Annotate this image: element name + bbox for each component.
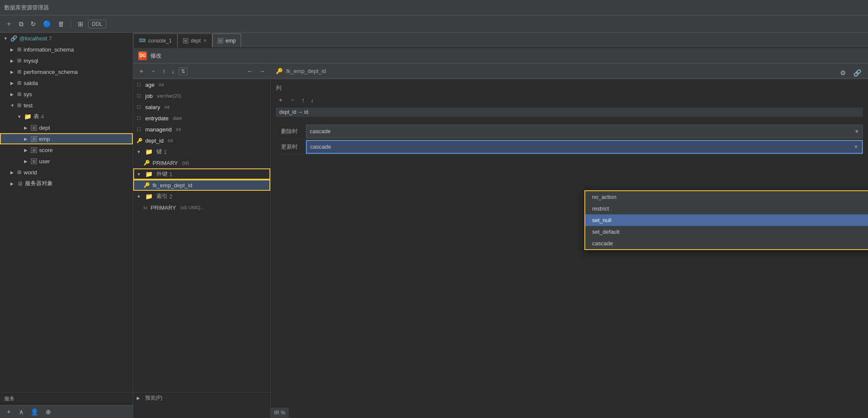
filter-button[interactable]: 🔵 xyxy=(41,19,53,29)
col-sort-btn[interactable]: ⇅ xyxy=(179,67,187,75)
db-icon: ⊞ xyxy=(17,46,21,52)
update-select-display[interactable]: cascade ▼ xyxy=(306,140,863,154)
chevron-right-icon: ▶ xyxy=(24,137,29,141)
dropdown-item-restrict[interactable]: restrict xyxy=(585,203,868,214)
tab-dept-close[interactable]: ✕ xyxy=(203,38,207,43)
db-icon: ⊞ xyxy=(17,80,21,86)
column-item-managerid[interactable]: ☐ managerid int xyxy=(133,124,270,135)
delete-button[interactable]: 🗑 xyxy=(56,19,67,29)
index-item-primary[interactable]: iu PRIMARY (id) UNIQ... xyxy=(133,202,270,213)
sidebar-item-score[interactable]: ▶ ⊞ score xyxy=(0,144,133,156)
delete-select[interactable]: no_action restrict set_null set_default … xyxy=(306,125,863,138)
indexes-group[interactable]: ▼ 📁 索引 2 xyxy=(133,191,270,202)
chevron-down-icon: ▼ xyxy=(3,36,9,41)
footer-user-button[interactable]: 👤 xyxy=(28,407,41,417)
primary-key-item[interactable]: 🔑 PRIMARY (id) xyxy=(133,157,270,168)
column-item-dept-id[interactable]: 🔑 dept_id int xyxy=(133,135,270,146)
item-label-world: world xyxy=(24,169,37,176)
col-remove-btn[interactable]: － xyxy=(149,67,158,76)
item-label-server-objects: 服务器对象 xyxy=(25,180,53,187)
item-label-performance-schema: performance_schema xyxy=(24,69,78,75)
preview-header[interactable]: ▶ 预览(P) xyxy=(133,393,270,403)
index-prefix-icon: iu xyxy=(144,205,147,210)
fk-col-up-btn[interactable]: ↑ xyxy=(300,96,306,104)
connection-label: @localhost xyxy=(19,35,47,42)
folder-icon: 📁 xyxy=(24,113,31,120)
column-panel: ＋ － ↑ ↓ ⇅ ← → ☐ age int xyxy=(133,64,271,418)
item-label-emp: emp xyxy=(39,136,50,142)
column-list: ☐ age int ☐ job varchar(20) ☐ salary xyxy=(133,79,270,392)
col-forward-btn[interactable]: → xyxy=(257,67,267,76)
update-select-value: cascade xyxy=(310,143,853,150)
chevron-right-icon: ▶ xyxy=(10,70,15,74)
sidebar-item-emp[interactable]: ▶ ⊞ emp xyxy=(0,133,133,144)
refresh-button[interactable]: ↻ xyxy=(28,19,38,29)
chevron-right-icon: ▶ xyxy=(10,170,15,175)
col-back-btn[interactable]: ← xyxy=(245,67,255,76)
update-select-wrapper: cascade ▼ xyxy=(306,140,863,154)
dropdown-item-set-null[interactable]: set_null xyxy=(585,214,868,226)
sidebar-item-server-objects[interactable]: ▶ 🖥 服务器对象 xyxy=(0,178,133,189)
sidebar-item-sys[interactable]: ▶ ⊞ sys xyxy=(0,88,133,100)
dropdown-item-cascade[interactable]: cascade xyxy=(585,238,868,249)
copy-button[interactable]: ⧉ xyxy=(17,19,26,29)
dropdown-item-no-action[interactable]: no_action xyxy=(585,191,868,203)
fk-column-mapping: dept_id → id xyxy=(276,107,863,117)
sidebar-footer: ＋ ∧ 👤 ⊕ xyxy=(0,405,133,418)
keys-count: 1 xyxy=(164,149,167,155)
col-up-btn[interactable]: ↑ xyxy=(161,67,167,76)
foreign-keys-group[interactable]: ▼ 📁 外键 1 xyxy=(133,168,270,180)
chevron-down-icon: ▼ xyxy=(137,150,142,154)
column-item-job[interactable]: ☐ job varchar(20) xyxy=(133,90,270,101)
col-rect-icon: ☐ xyxy=(137,127,143,132)
fk-col-remove-btn[interactable]: － xyxy=(288,95,297,105)
chevron-down-icon: ▼ xyxy=(137,172,142,177)
tab-dept[interactable]: ⊞ dept ✕ xyxy=(177,34,212,47)
ddl-button[interactable]: DDL xyxy=(88,20,106,28)
col-down-btn[interactable]: ↓ xyxy=(170,67,176,76)
app-title: 数据库资源管理器 xyxy=(4,4,49,12)
item-label-information-schema: information_schema xyxy=(24,46,74,53)
add-button[interactable]: ＋ xyxy=(3,18,14,29)
fk-item-emp-dept-id[interactable]: 🔑 fk_emp_dept_id xyxy=(133,180,270,191)
sidebar-item-dept[interactable]: ▶ ⊞ dept xyxy=(0,122,133,133)
column-item-salary[interactable]: ☐ salary int xyxy=(133,101,270,113)
chevron-right-icon: ▶ xyxy=(10,92,15,97)
col-rect-icon: ☐ xyxy=(137,82,143,88)
footer-add-button[interactable]: ＋ xyxy=(3,406,14,417)
column-item-age[interactable]: ☐ age int xyxy=(133,79,270,90)
fk-col-down-btn[interactable]: ↓ xyxy=(309,96,315,104)
settings-gear-btn[interactable]: ⚙ xyxy=(838,68,848,78)
db-icon: ⊞ xyxy=(17,102,21,108)
chevron-right-icon: ▶ xyxy=(10,47,15,52)
tab-emp[interactable]: ⊞ emp xyxy=(212,34,241,47)
table-icon-btn[interactable]: ⊞ xyxy=(76,19,86,29)
dg-logo: DG xyxy=(138,52,147,60)
sidebar-item-performance-schema[interactable]: ▶ ⊞ performance_schema xyxy=(0,66,133,77)
fk-group-label: 外键 xyxy=(156,170,168,178)
col-name-entrydate: entrydate xyxy=(145,115,168,122)
settings-link-btn[interactable]: 🔗 xyxy=(851,68,864,78)
chevron-right-icon: ▶ xyxy=(10,81,15,85)
sidebar-item-sakila[interactable]: ▶ ⊞ sakila xyxy=(0,77,133,88)
sidebar-item-test[interactable]: ▼ ⊞ test xyxy=(0,100,133,111)
sidebar-item-world[interactable]: ▶ ⊞ world xyxy=(0,167,133,178)
dropdown-item-set-default[interactable]: set_default xyxy=(585,226,868,238)
fk-col-add-btn[interactable]: ＋ xyxy=(276,95,285,105)
tab-console1[interactable]: ⌨ console_1 xyxy=(133,34,177,47)
index-item-detail: (id) UNIQ... xyxy=(180,205,205,210)
sidebar-item-user[interactable]: ▶ ⊞ user xyxy=(0,156,133,167)
db-icon: ⊞ xyxy=(17,169,21,175)
sidebar-item-mysql[interactable]: ▶ ⊞ mysql xyxy=(0,55,133,66)
separator-1 xyxy=(71,20,71,28)
footer-settings-button[interactable]: ⊕ xyxy=(43,407,53,417)
col-add-btn[interactable]: ＋ xyxy=(137,67,146,76)
keys-group[interactable]: ▼ 📁 键 1 xyxy=(133,146,270,157)
column-item-entrydate[interactable]: ☐ entrydate date xyxy=(133,113,270,124)
footer-up-button[interactable]: ∧ xyxy=(17,407,26,417)
sidebar-tables-group[interactable]: ▼ 📁 表 4 xyxy=(0,111,133,122)
ir-label: IR % xyxy=(274,410,285,416)
fk-section-label: 列 xyxy=(276,84,863,92)
sidebar-connection[interactable]: ▼ 🔗 @localhost 7 xyxy=(0,33,133,44)
sidebar-item-information-schema[interactable]: ▶ ⊞ information_schema xyxy=(0,44,133,55)
